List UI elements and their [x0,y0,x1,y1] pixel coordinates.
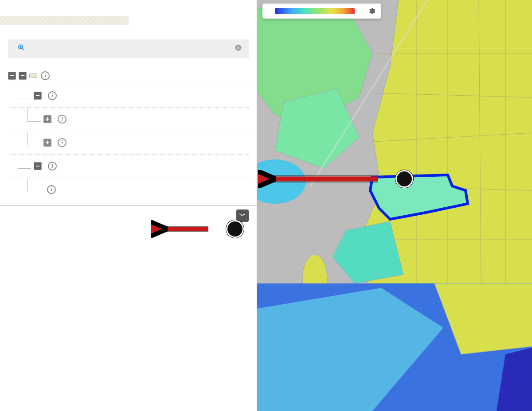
map[interactable] [257,0,532,411]
callout-badge-2 [226,220,244,238]
info-icon[interactable]: i [47,185,56,194]
map-legend [262,4,381,19]
legend-gradient [275,8,355,14]
collapse-root2-icon[interactable]: − [19,72,27,80]
arrow-icon [258,170,395,188]
model-tree: − − i − i + i + [0,68,257,206]
zoom-icon [18,44,25,51]
tab-explore[interactable] [129,16,257,25]
tab-overview[interactable] [0,16,129,25]
svg-line-1 [22,48,24,50]
close-icon [235,44,242,51]
zoom-to-link[interactable] [18,44,27,51]
tab-bar [0,16,257,25]
gear-icon[interactable] [368,7,376,15]
collapse-root-icon[interactable]: − [8,72,16,80]
collapse-icon[interactable]: − [34,162,42,170]
info-icon[interactable]: i [58,138,66,147]
info-icon[interactable]: i [58,115,66,124]
model-node-heading [0,58,257,68]
unselect-link[interactable] [235,44,243,51]
collapse-icon[interactable]: − [34,92,42,100]
selected-area-panel [8,39,249,58]
info-icon[interactable]: i [48,91,57,100]
node-root[interactable] [29,74,37,78]
arrow-icon [151,220,226,238]
info-icon[interactable]: i [41,71,50,80]
callout-badge-1 [395,170,413,188]
expand-icon[interactable]: + [43,115,51,123]
info-icon[interactable]: i [48,162,57,171]
expand-icon[interactable]: + [43,139,51,147]
